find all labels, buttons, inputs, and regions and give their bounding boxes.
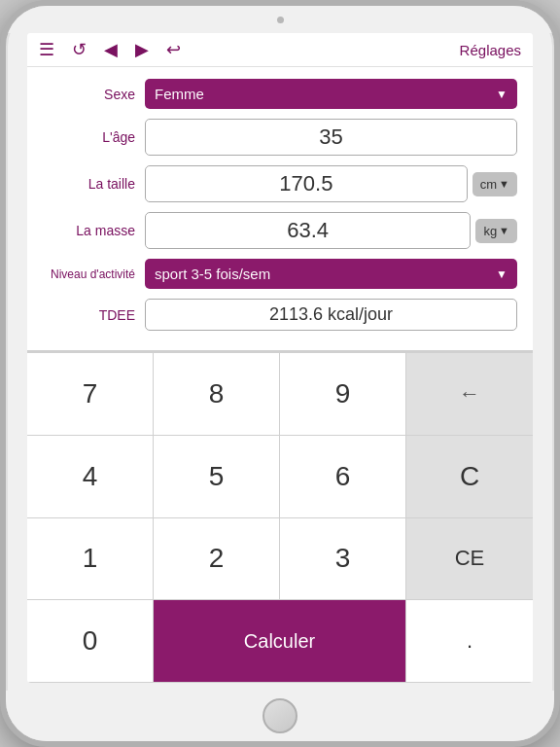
sexe-select[interactable]: Femme ▼ [145,79,517,109]
ipad-top-bar [6,6,554,33]
activite-label: Niveau d'activité [43,267,145,281]
back-icon[interactable]: ◀ [104,39,118,60]
key-5[interactable]: 5 [154,436,280,518]
taille-unit-button[interactable]: cm ▼ [472,172,517,196]
key-calculate[interactable]: Calculer [154,600,406,683]
screen: ☰ ↺ ◀ ▶ ↩ Réglages Sexe Femme ▼ L'âge [27,33,533,683]
masse-row: La masse kg ▼ [43,212,517,249]
key-clear-entry[interactable]: CE [406,518,533,601]
age-input[interactable] [145,119,517,156]
taille-unit-label: cm [480,177,497,192]
forward-icon[interactable]: ▶ [135,39,149,60]
activite-select[interactable]: sport 3-5 fois/sem ▼ [145,259,517,289]
masse-unit-label: kg [483,224,497,238]
form-area: Sexe Femme ▼ L'âge La taille cm ▼ [27,67,533,346]
key-6[interactable]: 6 [280,436,406,518]
key-1[interactable]: 1 [27,518,154,601]
age-label: L'âge [43,129,145,145]
refresh-icon[interactable]: ↺ [72,39,87,60]
key-0[interactable]: 0 [27,600,154,683]
taille-row: La taille cm ▼ [43,165,517,202]
taille-label: La taille [43,176,145,192]
key-7[interactable]: 7 [27,353,154,436]
keypad: 7 8 9 ← 4 5 6 C 1 2 3 CE 0 Calculer . [27,352,533,683]
activite-value: sport 3-5 fois/sem [155,266,270,282]
sexe-chevron-icon: ▼ [496,88,508,101]
masse-unit-chevron-icon: ▼ [499,225,509,236]
masse-input[interactable] [145,212,471,249]
key-3[interactable]: 3 [280,518,406,601]
tdee-value: 2113.6 kcal/jour [145,299,517,331]
undo-icon[interactable]: ↩ [166,39,181,60]
key-backspace[interactable]: ← [406,353,533,436]
key-2[interactable]: 2 [154,518,280,601]
key-8[interactable]: 8 [154,353,280,436]
masse-unit-button[interactable]: kg ▼ [475,219,517,243]
key-clear[interactable]: C [406,436,533,518]
sexe-label: Sexe [43,87,145,102]
key-dot[interactable]: . [406,600,533,683]
activite-chevron-icon: ▼ [496,267,508,281]
sexe-row: Sexe Femme ▼ [43,79,517,109]
key-9[interactable]: 9 [280,353,406,436]
tdee-label: TDEE [43,307,145,323]
taille-input[interactable] [145,165,468,202]
age-row: L'âge [43,119,517,156]
taille-unit-chevron-icon: ▼ [499,178,509,190]
tdee-row: TDEE 2113.6 kcal/jour [43,299,517,331]
home-button[interactable] [262,698,298,733]
camera-dot [277,17,284,23]
key-4[interactable]: 4 [27,436,154,518]
activite-row: Niveau d'activité sport 3-5 fois/sem ▼ [43,259,517,289]
ipad-frame: ☰ ↺ ◀ ▶ ↩ Réglages Sexe Femme ▼ L'âge [0,0,560,747]
reglages-button[interactable]: Réglages [460,42,521,58]
masse-label: La masse [43,223,145,238]
ipad-bottom [6,691,554,741]
sexe-value: Femme [155,86,204,102]
menu-icon[interactable]: ☰ [39,39,54,60]
toolbar: ☰ ↺ ◀ ▶ ↩ Réglages [27,33,533,67]
